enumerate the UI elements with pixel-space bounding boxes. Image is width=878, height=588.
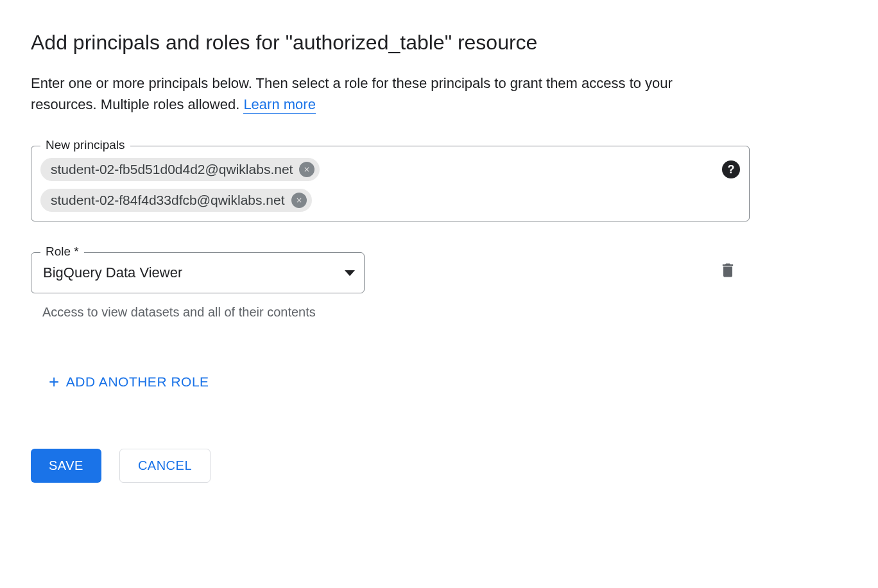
role-label: Role * — [40, 245, 84, 259]
delete-role-button[interactable] — [719, 252, 750, 282]
remove-principal-icon[interactable] — [299, 162, 314, 177]
description-text: Enter one or more principals below. Then… — [31, 75, 673, 112]
plus-icon: + — [49, 373, 60, 391]
add-another-role-button[interactable]: + ADD ANOTHER ROLE — [49, 373, 209, 391]
principals-field[interactable]: New principals student-02-fb5d51d0d4d2@q… — [31, 146, 750, 221]
cancel-button[interactable]: CANCEL — [119, 449, 211, 483]
add-role-label: ADD ANOTHER ROLE — [66, 374, 209, 390]
principal-chip: student-02-f84f4d33dfcb@qwiklabs.net — [40, 189, 312, 212]
remove-principal-icon[interactable] — [291, 193, 307, 208]
principals-chips: student-02-fb5d51d0d4d2@qwiklabs.net stu… — [40, 158, 714, 212]
role-select[interactable]: Role * BigQuery Data Viewer — [31, 252, 365, 293]
principal-chip-text: student-02-fb5d51d0d4d2@qwiklabs.net — [51, 162, 293, 177]
learn-more-link[interactable]: Learn more — [243, 96, 316, 114]
principals-label: New principals — [40, 138, 130, 152]
principal-chip-text: student-02-f84f4d33dfcb@qwiklabs.net — [51, 193, 285, 208]
save-button[interactable]: SAVE — [31, 449, 101, 483]
action-buttons: SAVE CANCEL — [31, 449, 750, 483]
role-description: Access to view datasets and all of their… — [42, 302, 350, 322]
help-icon[interactable]: ? — [722, 160, 740, 178]
principal-chip: student-02-fb5d51d0d4d2@qwiklabs.net — [40, 158, 320, 181]
dropdown-caret-icon — [345, 270, 355, 276]
page-title: Add principals and roles for "authorized… — [31, 31, 750, 55]
trash-icon — [719, 261, 737, 279]
description: Enter one or more principals below. Then… — [31, 73, 737, 115]
role-selected-value: BigQuery Data Viewer — [43, 264, 182, 281]
